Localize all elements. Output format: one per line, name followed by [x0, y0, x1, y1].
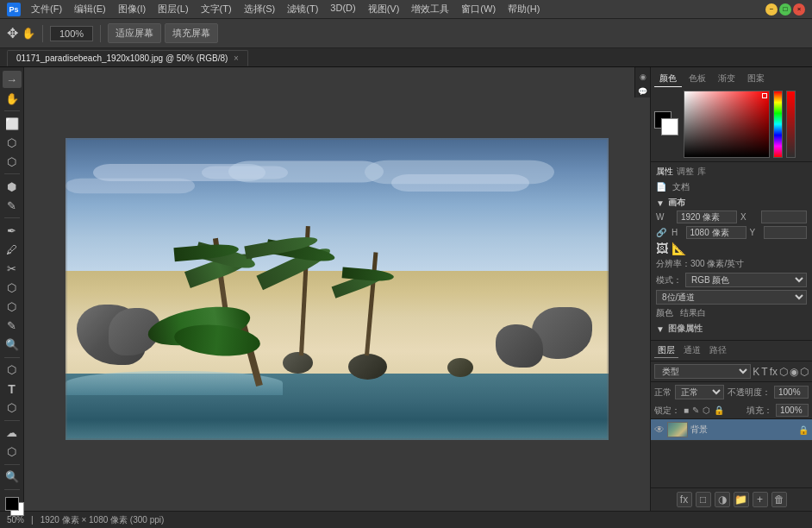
layer-fx-button[interactable]: fx: [677, 492, 692, 507]
width-input[interactable]: [677, 211, 737, 223]
layers-tab-channels[interactable]: 通道: [680, 343, 704, 358]
layers-filter-smart-icon[interactable]: ⬡: [800, 366, 809, 378]
props-tab-adjustments[interactable]: 调整: [677, 166, 694, 178]
lock-label: 锁定：: [654, 405, 680, 417]
color-tab-gradient[interactable]: 渐变: [713, 71, 740, 87]
layers-filter-color-icon[interactable]: ◉: [790, 366, 798, 378]
lock-all-icon[interactable]: 🔒: [714, 405, 724, 415]
canvas-icon-2[interactable]: 📐: [671, 242, 686, 255]
color-gradient-box[interactable]: [684, 91, 770, 158]
tool-text[interactable]: T: [3, 380, 22, 398]
color-panel-tabs: 颜色 色板 渐变 图案: [654, 71, 809, 87]
menu-select[interactable]: 选择(S): [239, 1, 281, 17]
tab-close-button[interactable]: ×: [234, 53, 239, 63]
fg-bg-swatches: [654, 111, 680, 137]
color-tab-color[interactable]: 颜色: [654, 71, 682, 87]
props-tab-library[interactable]: 库: [697, 166, 706, 178]
lock-aspect-icon[interactable]: 🔗: [656, 228, 666, 237]
fill-screen-button[interactable]: 填充屏幕: [165, 23, 218, 43]
layer-adjustment-button[interactable]: ◑: [715, 492, 730, 507]
blend-mode-select[interactable]: 正常: [675, 385, 724, 399]
tool-move[interactable]: →: [3, 71, 22, 88]
background-swatch[interactable]: [661, 118, 678, 135]
menu-layer[interactable]: 图层(L): [153, 1, 193, 17]
tool-marquee[interactable]: ⬜: [3, 115, 22, 132]
tool-3d[interactable]: ⬡: [3, 443, 22, 461]
layers-filter-effect-icon[interactable]: fx: [770, 366, 778, 378]
layer-lock-icon[interactable]: 🔒: [798, 425, 809, 435]
tool-zoom[interactable]: 🔍: [3, 468, 22, 486]
window-minimize[interactable]: −: [765, 3, 778, 16]
menu-filter[interactable]: 滤镜(T): [282, 1, 323, 17]
window-close[interactable]: ×: [793, 3, 805, 16]
layer-delete-button[interactable]: 🗑: [771, 492, 787, 507]
menu-image[interactable]: 图像(I): [113, 1, 151, 17]
bits-select[interactable]: 8位/通道: [656, 290, 807, 305]
menu-text[interactable]: 文字(T): [196, 1, 237, 17]
menu-help[interactable]: 帮助(H): [503, 1, 545, 17]
left-toolbar: → ✋ ⬜ ⬡ ⬡ ⬢ ✎ ✒ 🖊 ✂ ⬡ ⬡ ✎ 🔍 ⬡ T ⬡ ☁ ⬡ 🔍: [0, 67, 24, 511]
opacity-input[interactable]: [774, 386, 809, 399]
hand-tool-icon[interactable]: ✋: [22, 27, 35, 40]
tool-heal[interactable]: ✒: [3, 222, 22, 239]
tool-brush[interactable]: 🖊: [3, 241, 22, 258]
props-tab-properties[interactable]: 属性: [656, 166, 673, 178]
mode-label: 模式：: [656, 274, 682, 286]
move-tool-icon[interactable]: ✥: [7, 25, 18, 41]
menu-file[interactable]: 文件(F): [26, 1, 67, 17]
mode-select[interactable]: RGB 颜色: [685, 273, 807, 287]
fill-input[interactable]: [776, 404, 809, 417]
tool-crop[interactable]: ⬢: [3, 178, 22, 195]
lock-position-icon[interactable]: ✎: [692, 405, 699, 415]
layer-name: 背景: [690, 424, 796, 436]
menu-3d[interactable]: 3D(D): [325, 1, 360, 17]
bits-row: 8位/通道: [656, 290, 807, 305]
color-tab-pattern[interactable]: 图案: [742, 71, 770, 87]
tool-gradient[interactable]: ⬡: [3, 299, 22, 316]
tool-lasso[interactable]: ⬡: [3, 134, 22, 151]
tool-hand[interactable]: ✋: [3, 90, 22, 107]
fit-screen-button[interactable]: 适应屏幕: [108, 23, 161, 43]
color-tab-swatches[interactable]: 色板: [684, 71, 711, 87]
window-maximize[interactable]: □: [779, 3, 791, 16]
layer-group-button[interactable]: 📁: [734, 492, 749, 507]
menu-window[interactable]: 窗口(W): [456, 1, 501, 17]
tool-dodge[interactable]: 🔍: [3, 336, 22, 354]
resolution-value: 分辨率：300 像素/英寸: [656, 258, 744, 270]
layers-toolbar: 类型 K T fx ⬡ ◉ ⬡: [651, 361, 812, 382]
lock-pixels-icon[interactable]: ■: [684, 405, 689, 415]
layers-filter-mode-icon[interactable]: ⬡: [779, 366, 788, 378]
canvas-icon-1[interactable]: 🖼: [656, 242, 668, 255]
layer-new-button[interactable]: +: [753, 492, 768, 507]
tool-blur[interactable]: ✎: [3, 317, 22, 335]
menu-view[interactable]: 视图(V): [363, 1, 405, 17]
foreground-color-tool[interactable]: [5, 497, 19, 511]
layers-tab-paths[interactable]: 路径: [706, 343, 730, 358]
x-input[interactable]: [761, 211, 807, 223]
menu-plugins[interactable]: 增效工具: [406, 1, 454, 17]
layers-filter-kind-icon[interactable]: K: [753, 366, 759, 378]
layers-filter-text-icon[interactable]: T: [761, 366, 767, 378]
layers-tab-layers[interactable]: 图层: [654, 343, 678, 358]
extra-section-title: ▼ 图像属性: [656, 323, 807, 335]
layers-type-filter[interactable]: 类型: [654, 364, 751, 379]
layer-mask-button[interactable]: □: [696, 492, 711, 507]
tool-path[interactable]: ⬡: [3, 399, 22, 417]
layer-visibility-icon[interactable]: 👁: [654, 424, 665, 436]
height-input[interactable]: [686, 226, 746, 239]
tool-clone[interactable]: ✂: [3, 260, 22, 277]
tool-magic-wand[interactable]: ⬡: [3, 153, 22, 170]
tool-shape[interactable]: ☁: [3, 424, 22, 442]
layer-item-background[interactable]: 👁 背景 🔒: [651, 419, 812, 441]
tool-eraser[interactable]: ⬡: [3, 280, 22, 297]
tool-pen[interactable]: ⬡: [3, 361, 22, 379]
zoom-input[interactable]: [50, 26, 93, 41]
hue-strip[interactable]: [773, 91, 783, 158]
alpha-strip[interactable]: [786, 91, 796, 158]
tool-separator-5: [4, 420, 20, 421]
lock-artboard-icon[interactable]: ⬡: [703, 405, 710, 415]
document-tab[interactable]: 01171_paradisebeach_1920x1080.jpg @ 50% …: [7, 50, 248, 66]
y-input[interactable]: [764, 226, 807, 239]
menu-edit[interactable]: 编辑(E): [69, 1, 111, 17]
tool-eyedropper[interactable]: ✎: [3, 197, 22, 214]
